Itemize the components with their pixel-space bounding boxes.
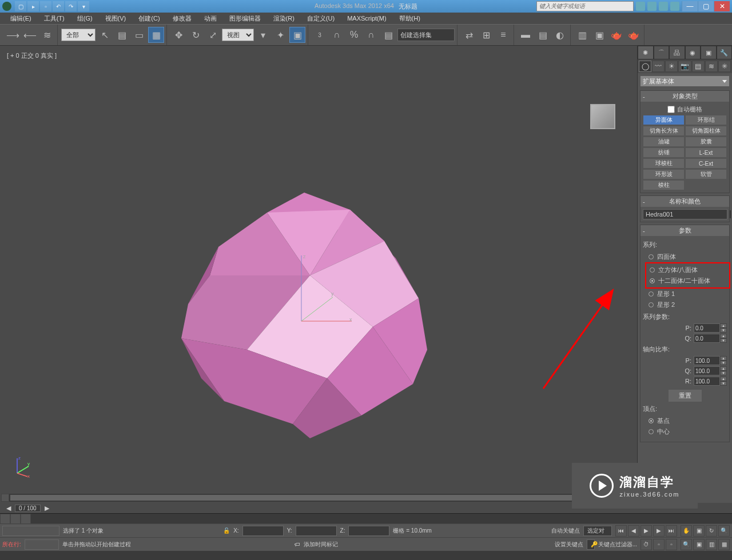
menu-create[interactable]: 创建(C) — [133, 13, 165, 24]
coord-x-input[interactable] — [242, 526, 284, 536]
track-bar[interactable] — [0, 513, 732, 523]
app-icon[interactable] — [2, 2, 11, 11]
autogrid-checkbox[interactable]: 自动栅格 — [643, 104, 727, 115]
menu-tools[interactable]: 工具(T) — [38, 13, 70, 24]
layers-icon[interactable]: ≡ — [495, 27, 511, 43]
setkey-button[interactable]: 设置关键点 — [555, 541, 583, 549]
play-icon[interactable]: ▶ — [640, 525, 652, 537]
tab-motion-icon[interactable]: ◉ — [685, 46, 701, 59]
unlink-icon[interactable]: ⟵ — [22, 27, 38, 43]
open-icon[interactable]: ▸ — [27, 1, 39, 11]
redo-icon[interactable]: ↷ — [65, 1, 77, 11]
timeline-next-icon[interactable]: ▶ — [43, 504, 51, 512]
obj-torusknot-button[interactable]: 环形结 — [685, 115, 727, 125]
orbit-icon[interactable]: ↻ — [706, 525, 717, 537]
object-name-input[interactable] — [643, 209, 727, 219]
zoom-all-icon[interactable]: ▣ — [693, 539, 705, 550]
viewcube[interactable] — [590, 104, 619, 133]
render-setup-icon[interactable]: ▥ — [574, 27, 590, 43]
vertex-center-radio[interactable]: 中心 — [649, 426, 727, 437]
viewport-hscroll[interactable] — [1, 494, 636, 502]
menu-group[interactable]: 组(G) — [71, 13, 98, 24]
new-icon[interactable]: ▢ — [15, 1, 26, 11]
obj-prism-button[interactable]: 棱柱 — [643, 180, 685, 190]
align-icon[interactable]: ⊞ — [478, 27, 494, 43]
obj-spindle-button[interactable]: 纺锤 — [643, 147, 685, 158]
save-icon[interactable]: ▫ — [40, 1, 51, 11]
nav2-icon[interactable]: ▫ — [666, 539, 677, 550]
maxscript-input[interactable] — [25, 539, 59, 550]
render-frame-icon[interactable]: ▣ — [591, 27, 607, 43]
favorites-icon[interactable] — [659, 2, 668, 11]
family-cubeocta-radio[interactable]: 立方体/八面体 — [650, 265, 726, 275]
edit-named-icon[interactable]: ▤ — [380, 27, 396, 43]
mirror-icon[interactable]: ⇄ — [461, 27, 477, 43]
help-search-input[interactable]: 键入关键字或短语 — [536, 1, 634, 11]
key-filters-button[interactable]: 关键点过滤器... — [598, 541, 637, 549]
tab-hierarchy-icon[interactable]: 品 — [669, 46, 685, 59]
goto-start-icon[interactable]: ⏮ — [615, 525, 627, 537]
schematic-view-icon[interactable]: ▤ — [535, 27, 551, 43]
lights-icon[interactable]: ☀ — [665, 61, 678, 72]
render-iterative-icon[interactable]: 🫖 — [626, 27, 642, 43]
undo-icon[interactable]: ↶ — [53, 1, 64, 11]
trackbar-btn3[interactable] — [21, 514, 31, 524]
systems-icon[interactable]: ✳ — [718, 61, 731, 72]
menu-help[interactable]: 帮助(H) — [393, 13, 426, 24]
help-icon[interactable] — [670, 2, 679, 11]
selection-filter-select[interactable]: 全部 — [61, 29, 96, 41]
close-button[interactable]: ✕ — [714, 1, 730, 11]
geometry-icon[interactable]: ◯ — [639, 61, 651, 72]
script-listener[interactable] — [2, 526, 59, 536]
pan-icon[interactable]: ✋ — [681, 525, 692, 537]
spinner-snap-icon[interactable]: ∩ — [363, 27, 379, 43]
tab-modify-icon[interactable]: ⌒ — [654, 46, 670, 59]
vertex-base-radio[interactable]: 基点 — [649, 415, 727, 426]
frame-indicator[interactable]: 0 / 100 — [15, 505, 41, 512]
menu-customize[interactable]: 自定义(U) — [301, 13, 340, 24]
menu-rendering[interactable]: 渲染(R) — [268, 13, 300, 24]
time-config-icon[interactable]: ⏱ — [640, 539, 652, 550]
menu-views[interactable]: 视图(V) — [100, 13, 132, 24]
menu-grapheditors[interactable]: 图形编辑器 — [224, 13, 266, 24]
scroll-thumb[interactable] — [10, 495, 627, 501]
selected-object-dropdown[interactable]: 选定对 — [583, 526, 612, 536]
zoom-extents-icon[interactable]: ▣ — [693, 525, 705, 537]
key-icon[interactable]: 🔑 — [587, 539, 595, 550]
menu-maxscript[interactable]: MAXScript(M) — [341, 14, 392, 23]
hedra-object[interactable] — [178, 190, 430, 441]
axis-r-spinner[interactable]: ▲▼ — [694, 377, 727, 386]
lock-icon[interactable]: 🔓 — [223, 527, 230, 534]
tab-utilities-icon[interactable]: 🔧 — [717, 46, 733, 59]
snap-toggle-icon[interactable]: 3 — [312, 27, 328, 43]
obj-capsule-button[interactable]: 胶囊 — [685, 137, 727, 147]
select-region-rect-icon[interactable]: ▭ — [131, 27, 147, 43]
select-by-name-icon[interactable]: ▤ — [114, 27, 130, 43]
obj-chamfercyl-button[interactable]: 切角圆柱体 — [685, 126, 727, 136]
autokey-button[interactable]: 自动关键点 — [551, 527, 580, 535]
obj-gengon-button[interactable]: 球棱柱 — [643, 158, 685, 169]
scroll-left-icon[interactable] — [1, 494, 9, 502]
move-icon[interactable]: ✥ — [170, 27, 186, 43]
communication-center-icon[interactable] — [647, 2, 657, 11]
rollout-header-parameters[interactable]: - 参数 — [640, 225, 729, 236]
maximize-button[interactable]: ▢ — [698, 1, 714, 11]
select-manipulate-icon[interactable]: ✦ — [272, 27, 288, 43]
next-frame-icon[interactable]: ▶ — [653, 525, 665, 537]
axis-p-spinner[interactable]: ▲▼ — [694, 356, 727, 365]
link-icon[interactable]: ⟶ — [5, 27, 21, 43]
max-viewport-icon[interactable]: ▦ — [718, 539, 730, 550]
obj-hedra-button[interactable]: 异面体 — [643, 115, 685, 125]
create-selection-set-input[interactable] — [397, 29, 455, 41]
cameras-icon[interactable]: 📷 — [678, 61, 691, 72]
axis-q-spinner[interactable]: ▲▼ — [694, 366, 727, 375]
family-dodecicos-radio[interactable]: 十二面体/二十面体 — [650, 275, 726, 286]
select-window-crossing-icon[interactable]: ▦ — [148, 27, 164, 43]
obj-ringwave-button[interactable]: 环形波 — [643, 169, 685, 179]
rollout-header-object-type[interactable]: - 对象类型 — [640, 91, 729, 102]
q-spinner[interactable]: ▲▼ — [694, 334, 727, 343]
render-production-icon[interactable]: 🫖 — [608, 27, 624, 43]
reset-button[interactable]: 重置 — [668, 389, 702, 402]
trackbar-btn1[interactable] — [0, 514, 10, 524]
family-star2-radio[interactable]: 星形 2 — [649, 299, 727, 310]
